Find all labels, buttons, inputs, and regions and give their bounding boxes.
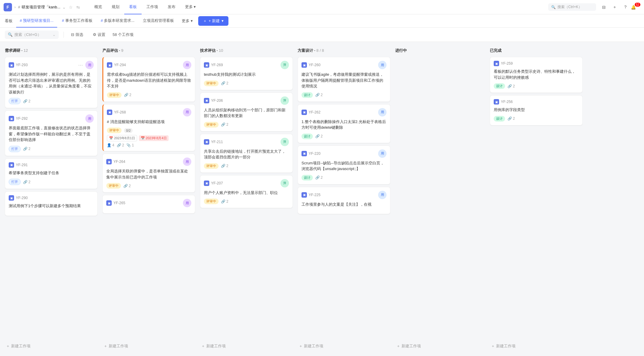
avatar-yf206: 萍 (281, 96, 289, 105)
search-icon: 🔍 (8, 32, 13, 37)
board-search[interactable]: 🔍 搜索（Ctrl+G） ⌄ (5, 31, 59, 39)
card-header: ▣ YF-291 (9, 162, 94, 168)
add-work-item-product[interactable]: ＋ 新建工作项 (102, 341, 195, 351)
card-id: ▣ YF-220 (301, 151, 320, 156)
avatar-yf294: 用 (183, 61, 191, 69)
card-header: ▣ YF-293 ⋯ 用 (9, 61, 94, 69)
card-id-text: YF-291 (16, 163, 28, 167)
card-id-text: YF-206 (211, 99, 223, 103)
card-id: ▣ YF-268 (107, 110, 126, 115)
add-icon-btn[interactable]: ＋ (610, 3, 619, 11)
status-badge: 设计 (494, 116, 505, 122)
link-icon: 🔗 (124, 93, 128, 97)
card-yf292[interactable]: ▣ YF-292 用 界面最底部工作项，直接修改状态的状态选择弹窗，希望像协作版… (5, 110, 98, 156)
avatar-yf211: 萍 (281, 138, 289, 146)
card-yf290[interactable]: ▣ YF-290 测试用例下1个步骤可以新建多个预期结果 (5, 191, 98, 216)
avatar-yf260: 用 (378, 61, 387, 69)
tab-workitem[interactable]: 工作项 (142, 0, 163, 14)
add-work-item-done[interactable]: ＋ 新建工作项 (490, 341, 583, 351)
plus-icon: ＋ (201, 343, 205, 349)
link-icon: 🔗 (221, 81, 225, 85)
add-work-item-demand[interactable]: ＋ 新建工作项 (5, 341, 98, 351)
card-yf262[interactable]: ▣ YF-262 用 1.整个表格的删除操作入口太深2.光标处于表格后方时可使用… (298, 104, 390, 143)
card-type-icon: ▣ (107, 62, 112, 68)
column-cards-inprogress (395, 57, 485, 341)
card-yf293[interactable]: ▣ YF-293 ⋯ 用 测试计划选择而用例时，展示的是所有用例，是否可以考虑只… (5, 57, 98, 108)
tab-project-flow[interactable]: 立项流程管理看板 (139, 14, 178, 28)
tab-more-boards[interactable]: 更多 ▾ (179, 14, 196, 28)
avatar-yf292: 用 (85, 114, 94, 123)
filter-btn[interactable]: ⊟ 筛选 (69, 31, 86, 39)
card-yf211[interactable]: ▣ YF-211 萍 共享出去后的链接地址，打开图片预览太大了，顶部会遮挡住图片… (200, 134, 293, 173)
avatar-yf269: 萍 (281, 61, 289, 69)
column-done: 已完成 ▣ YF-259 看板的默认任务类型示史诗、特性和事建什么，可以让用时的… (490, 47, 583, 351)
card-header: ▣ YF-220 用 (301, 149, 387, 158)
plus-icon: ＋ (6, 343, 10, 349)
toolbar-divider (63, 32, 64, 38)
card-footer-yf207: 评审中 🔗 2 (204, 199, 289, 204)
avatar-yf262: 用 (378, 108, 387, 116)
card-yf225[interactable]: ▣ YF-225 用 工作项里参与人的文案是【关注】，在视 (298, 187, 390, 214)
add-work-item-solution[interactable]: ＋ 新建工作项 (298, 341, 390, 351)
card-yf268[interactable]: ▣ YF-268 用 # 消息提醒能够支持邮箱提醒选项 评审中 0/2 📅 20… (102, 104, 195, 152)
column-cards-solution: ▣ YF-260 用 建议飞书版agile，考虑做用量提醒弹窗或推送，体验版用户… (298, 57, 390, 341)
new-board-btn[interactable]: ＋ + 新建 ▾ (198, 16, 228, 26)
link-icon: 🔗 (23, 180, 28, 184)
link-icon: 🔗 (315, 93, 320, 97)
filter-label: 筛选 (75, 32, 83, 37)
add-work-item-inprogress[interactable]: ＋ 新建工作项 (395, 341, 485, 351)
card-yf265[interactable]: ▣ YF-265 用 (102, 195, 195, 213)
card-type-icon: ▣ (106, 200, 112, 206)
card-header: ▣ YF-265 用 (106, 199, 191, 207)
date-start: 📅 2023年8月1日 (107, 135, 137, 141)
breadcrumb-project[interactable]: 研发项目管理「kanb... (22, 4, 60, 10)
card-yf259[interactable]: ▣ YF-259 看板的默认任务类型示史诗、特性和事建什么，可以让用时的挫败感 … (490, 57, 583, 93)
meta-members: 👤 4 (107, 143, 114, 147)
tab-multiversion[interactable]: # 多版本研发需求... (97, 14, 138, 28)
tab-overview[interactable]: 概览 (90, 0, 107, 14)
card-id: ▣ YF-206 (204, 98, 223, 103)
settings-icon[interactable]: ⇆ (75, 4, 81, 11)
card-footer-yf262: 设计 🔗 2 (301, 134, 387, 139)
link-icon: 🔗 (221, 164, 225, 168)
card-yf294[interactable]: ▣ YF-294 用 需求或者bug描述的部分描述框可以支持视频上传，是否是ma… (102, 57, 195, 102)
search-icon: 🔍 (551, 5, 556, 9)
star-icon[interactable]: ☆ (68, 4, 74, 11)
tab-plan[interactable]: 规划 (107, 0, 124, 14)
chevron-down-icon: ⌄ (52, 32, 56, 37)
card-yf269[interactable]: ▣ YF-269 萍 testhub支持我的测试计划展示 评审中 🔗 2 (200, 57, 293, 90)
status-badge: 设计 (301, 175, 313, 181)
date-end: 📅 2023年8月4日 (139, 135, 169, 141)
tab-more[interactable]: 更多 ▾ (180, 0, 201, 14)
card-yf291[interactable]: ▣ YF-291 希望事务类型支持创建子任务 打开 🔗 2 (5, 158, 98, 189)
help-icon-btn[interactable]: ？ (621, 3, 630, 11)
card-id-text: YF-260 (309, 63, 320, 67)
link-icon: 🔗 (123, 184, 128, 188)
person-icon: 👤 (107, 143, 111, 147)
search-placeholder: 搜索（Ctrl+G） (14, 32, 41, 37)
board-container: 需求调研 · 12 ▣ YF-293 ⋯ 用 测试计划选择而用例时，展示的是所有… (0, 42, 644, 356)
notification-icon-btn[interactable]: 🔔52 (632, 3, 640, 11)
tab-preresearch[interactable]: # 预研型研发项目... (16, 14, 57, 28)
meta-links: 🔗 2 (507, 116, 515, 121)
column-cards-tech: ▣ YF-269 萍 testhub支持我的测试计划展示 评审中 🔗 2 ▣ Y… (200, 57, 293, 341)
tab-affairs[interactable]: # 事务型工作看板 (58, 14, 96, 28)
card-yf206[interactable]: ▣ YF-206 萍 人员从组织架构移动到另一个部门，原部门和新部门的人数都没有… (200, 93, 293, 131)
card-yf207[interactable]: ▣ YF-207 萍 用户个人账户资料中，无法显示部门、职位 评审中 🔗 2 (200, 175, 293, 208)
global-search[interactable]: 🔍 搜索（Ctrl+K） (548, 3, 596, 11)
card-yf260[interactable]: ▣ YF-260 用 建议飞书版agile，考虑做用量提醒弹窗或推送，体验版用户… (298, 57, 390, 102)
avatar-yf225: 用 (378, 191, 387, 199)
card-footer-yf256: 设计 🔗 2 (494, 116, 579, 122)
card-yf256[interactable]: ▣ YF-256 用例库的字段类型 设计 🔗 2 (490, 95, 583, 125)
card-yf264[interactable]: ▣ YF-264 用 全局选择关联的弹窗中，是否单独置顶或在某处集中展示当前已选… (102, 154, 195, 193)
card-menu-icon[interactable]: ⋯ (78, 62, 84, 69)
add-work-item-tech[interactable]: ＋ 新建工作项 (200, 341, 293, 351)
plus-icon: ＋ (299, 343, 303, 349)
setting-btn[interactable]: ⚙ 设置 (90, 31, 108, 39)
card-footer-yf264: 评审中 🔗 2 (106, 183, 191, 189)
filter-icon-btn[interactable]: ⊟ (600, 3, 608, 11)
card-yf220[interactable]: ▣ YF-220 用 Scrum项目--缺陷--导出缺陷点击后展示空白页，浏览器… (298, 146, 390, 184)
chevron-down-icon[interactable]: ⌄ (62, 5, 66, 10)
tab-release[interactable]: 发布 (163, 0, 180, 14)
tab-board[interactable]: 看板 (124, 0, 142, 14)
